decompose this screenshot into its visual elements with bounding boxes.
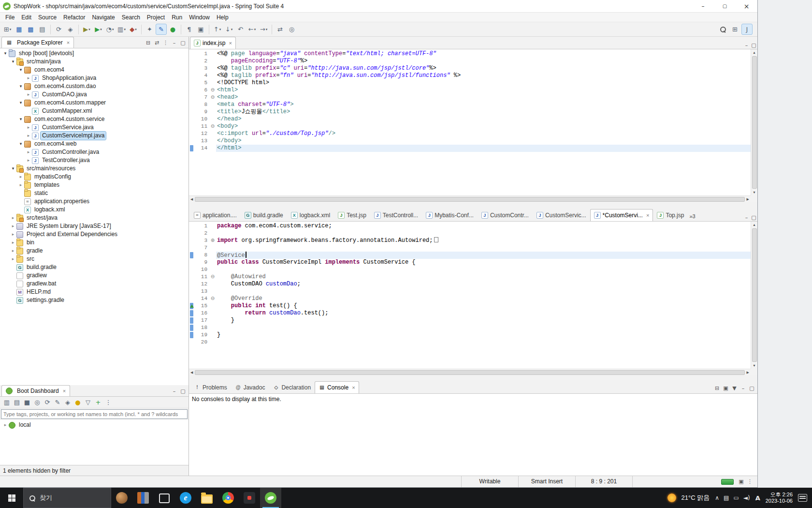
scrollbar-thumb[interactable] (752, 56, 757, 189)
code-text[interactable]: pageEncoding="UTF-8"%> (216, 58, 751, 65)
tab-index.jsp[interactable]: Jindex.jsp× (190, 37, 236, 49)
annotation-ruler[interactable] (189, 273, 196, 281)
tab-customservic...[interactable]: JCustomServic... (533, 209, 590, 221)
annotation-ruler[interactable] (189, 87, 196, 94)
expand-arrow-icon[interactable]: ▸ (10, 239, 16, 247)
tree-item[interactable]: =application.properties (0, 197, 188, 206)
clock[interactable]: 오후 2:26 2023-10-06 (766, 492, 793, 504)
last-edit-location-button[interactable]: ↶ (235, 24, 246, 35)
refresh-button[interactable]: ⟳ (43, 398, 52, 407)
annotation-ruler[interactable] (189, 50, 196, 58)
task-view-button[interactable] (154, 488, 175, 508)
tree-item[interactable]: MHELP.md (0, 288, 188, 296)
annotation-ruler[interactable] (189, 137, 196, 145)
expand-arrow-icon[interactable]: ▸ (25, 74, 32, 82)
line-number[interactable]: 7 (196, 94, 209, 101)
annotation-ruler[interactable] (189, 252, 196, 259)
annotation-ruler[interactable] (189, 310, 196, 317)
coverage-button[interactable]: ▥▾ (116, 24, 127, 35)
tree-item[interactable]: Gsettings.gradle (0, 296, 188, 304)
code-text[interactable] (216, 230, 751, 237)
expand-arrow-icon[interactable]: ▸ (25, 148, 32, 156)
tree-item[interactable]: ▾com.ecom4.web (0, 140, 188, 148)
tips-button[interactable]: ● (73, 398, 83, 407)
code-text[interactable]: <head> (216, 94, 751, 101)
profile-button[interactable]: ◔▾ (104, 24, 116, 35)
tag-button[interactable]: ◈ (63, 398, 72, 407)
annotation-ruler[interactable] (189, 123, 196, 130)
ime-indicator[interactable]: A (755, 494, 760, 502)
annotation-ruler[interactable] (189, 317, 196, 324)
line-number[interactable]: 6 (196, 87, 209, 94)
line-number[interactable]: 16 (196, 310, 209, 317)
vertical-scrollbar[interactable]: ▲ ▼ (751, 49, 757, 195)
code-text[interactable] (216, 266, 751, 273)
tree-item[interactable]: ▸src/test/java (0, 214, 188, 222)
line-number[interactable]: 18 (196, 324, 209, 331)
tab-overflow-indicator[interactable]: »3 (688, 213, 697, 221)
edit-config-button[interactable]: ✎ (53, 398, 62, 407)
maximize-button[interactable]: ▢ (750, 213, 757, 221)
annotation-ruler[interactable] (189, 230, 196, 237)
fold-toggle-icon[interactable]: ⊖ (209, 273, 216, 281)
annotation-ruler[interactable] (189, 130, 196, 137)
tree-item[interactable]: ▾src/main/java (0, 58, 188, 66)
tab-customcontr...[interactable]: JCustomContr... (478, 209, 533, 221)
annotation-ruler[interactable] (189, 266, 196, 273)
hidden-icons-chevron[interactable]: ∧ (715, 494, 719, 501)
line-number[interactable]: 8 (196, 101, 209, 108)
expand-arrow-icon[interactable]: ▸ (25, 123, 32, 132)
fold-toggle-icon[interactable]: ⊖ (209, 123, 216, 130)
minimize-window-button[interactable] (692, 0, 714, 12)
line-number[interactable]: 9 (196, 108, 209, 116)
line-number[interactable]: 5 (196, 79, 209, 87)
tree-item[interactable]: ▾com.ecom4 (0, 66, 188, 74)
mark-occurrences-button[interactable]: ✎ (156, 24, 167, 35)
link-with-editor-button[interactable]: ⇄ (153, 39, 160, 46)
line-number[interactable]: 2 (196, 230, 209, 237)
annotation-ruler[interactable] (189, 259, 196, 266)
line-number[interactable]: 3 (196, 237, 209, 244)
tab-build.gradle[interactable]: Gbuild.gradle (241, 209, 287, 221)
code-text[interactable]: <meta charset="UTF-8"> (216, 101, 751, 108)
user-avatar-button[interactable] (111, 488, 132, 508)
line-number[interactable]: 14 (196, 295, 209, 302)
books-app-button[interactable] (132, 488, 154, 508)
expand-arrow-icon[interactable]: ▸ (10, 247, 16, 255)
display-selected-console-button[interactable]: ▣ (722, 384, 729, 392)
maximize-button[interactable]: ▢ (179, 387, 187, 395)
weather-label[interactable]: 21°C 맑음 (682, 493, 710, 502)
annotation-ruler[interactable] (189, 331, 196, 339)
close-icon[interactable]: × (67, 40, 70, 45)
line-number[interactable]: 20 (196, 339, 209, 346)
tree-item[interactable]: ▸JCustomService.java (0, 123, 188, 132)
refresh-button[interactable]: ⟳ (53, 24, 64, 35)
java-perspective-button[interactable]: J (741, 24, 753, 35)
line-number[interactable]: 17 (196, 317, 209, 324)
scrollbar-thumb[interactable] (195, 370, 744, 375)
scroll-left-icon[interactable]: ◀ (189, 369, 194, 375)
line-number[interactable]: 14 (196, 145, 209, 152)
expand-arrow-icon[interactable]: ▸ (17, 181, 24, 189)
line-number[interactable]: 15 (196, 302, 209, 310)
expand-arrow-icon[interactable]: ▾ (10, 164, 16, 173)
annotation-ruler[interactable] (189, 324, 196, 331)
tree-item[interactable]: ▾shop [boot] [devtools] (0, 49, 188, 58)
code-text[interactable]: import org.springframework.beans.factory… (216, 237, 751, 244)
code-text[interactable]: } (216, 331, 751, 339)
tree-item[interactable]: gradlew (0, 271, 188, 280)
back-button[interactable]: ←▾ (246, 24, 258, 35)
tree-item[interactable]: ▸bin (0, 239, 188, 247)
menu-file[interactable]: File (2, 13, 18, 22)
stop-button[interactable]: ■ (22, 398, 32, 407)
code-text[interactable]: @Service (216, 252, 751, 259)
start-button[interactable]: ▥ (2, 398, 12, 407)
line-number[interactable]: 11 (196, 273, 209, 281)
tree-item[interactable]: ▸templates (0, 181, 188, 189)
fold-toggle-icon[interactable]: ⊖ (209, 295, 216, 302)
annotation-ruler[interactable] (189, 237, 196, 244)
code-text[interactable]: <html> (216, 87, 751, 94)
view-tab-declaration[interactable]: ◇Declaration (269, 381, 315, 393)
code-text[interactable] (216, 288, 751, 295)
chrome-browser-button[interactable] (218, 488, 239, 508)
